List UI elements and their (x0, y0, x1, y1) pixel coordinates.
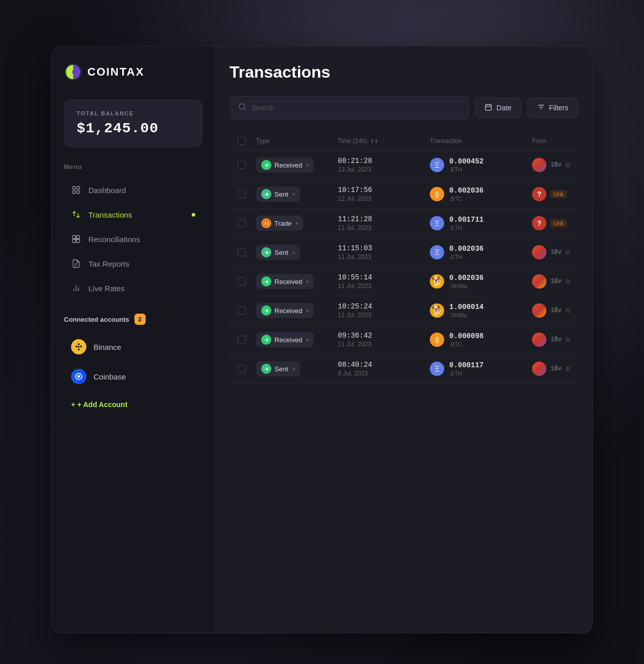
row-from: 1Bv ⧉ (532, 274, 570, 289)
row-time: 10:17:56 12 Jul, 2023 (338, 186, 430, 202)
nav-live-rates[interactable]: Live Rates (64, 277, 202, 299)
account-coinbase[interactable]: Coinbase (64, 363, 202, 390)
connected-label: Connected accounts (64, 316, 129, 323)
live-rates-label: Live Rates (88, 284, 125, 293)
copy-icon[interactable]: ⧉ (566, 365, 570, 372)
type-chevron[interactable]: ▾ (292, 192, 295, 197)
date-button-label: Date (496, 104, 512, 112)
filters-button[interactable]: Filters (527, 98, 578, 118)
svg-marker-19 (75, 345, 78, 348)
btc-icon: ₿ (430, 333, 444, 347)
table-row: Received ▾ 09:36:42 11 Jul, 2023 ₿ 0.000… (229, 325, 578, 354)
balance-amount: $1,245.00 (77, 121, 190, 136)
row-time: 08:40:24 9 Jul, 2023 (338, 361, 430, 377)
calendar-icon (485, 103, 492, 112)
add-account-button[interactable]: + + Add Account (64, 394, 202, 415)
toolbar: Search Date (229, 96, 578, 120)
svg-rect-8 (77, 235, 80, 239)
received-type-icon (261, 160, 271, 170)
account-binance[interactable]: Binance (64, 333, 202, 361)
unknown-avatar: ? (532, 216, 546, 230)
row-type: Sent ▾ (256, 361, 338, 376)
eth-icon: Ξ (430, 216, 444, 230)
connected-count-badge: 2 (134, 314, 146, 325)
row-transaction: Ξ 0.000117 .ETH (430, 361, 532, 376)
row-from: 1Bv ⧉ (532, 333, 570, 347)
copy-icon[interactable]: ⧉ (566, 161, 570, 169)
nav-tax-reports[interactable]: Tax Reports (64, 252, 202, 275)
row-checkbox[interactable] (238, 161, 256, 169)
reconciliations-icon (71, 234, 81, 244)
svg-marker-18 (78, 343, 80, 346)
row-checkbox[interactable] (238, 306, 256, 315)
copy-icon[interactable]: ⧉ (566, 307, 570, 314)
svg-rect-4 (77, 186, 80, 189)
menu-label: Menu (64, 163, 202, 171)
header-time[interactable]: Time (24h) ⬆⬇ (338, 137, 430, 145)
type-chevron[interactable]: ▾ (306, 279, 309, 284)
from-avatar (532, 362, 546, 376)
nav-transactions[interactable]: Transactions (64, 203, 202, 226)
select-all-checkbox[interactable] (238, 137, 246, 145)
type-chevron[interactable]: ▾ (292, 366, 295, 372)
filters-icon (537, 103, 545, 112)
trade-type-icon (261, 218, 271, 228)
row-from: ? Unk (532, 216, 570, 230)
add-account-label: + Add Account (77, 400, 127, 409)
tax-reports-label: Tax Reports (88, 259, 129, 268)
header-type: Type (256, 137, 338, 145)
table-header: Type Time (24h) ⬆⬇ Transaction From (229, 132, 578, 151)
transactions-label: Transactions (88, 210, 132, 219)
main-content: Transactions Search (215, 46, 592, 633)
type-label: Received (274, 278, 302, 286)
row-checkbox[interactable] (238, 365, 256, 373)
type-label: Sent (274, 365, 288, 373)
type-label: Sent (274, 249, 288, 256)
table-row: Sent ▾ 10:17:56 12 Jul, 2023 ₿ 0.002036 … (229, 180, 578, 209)
row-checkbox[interactable] (238, 190, 256, 198)
type-chevron[interactable]: ▾ (292, 250, 295, 255)
table-row: Sent ▾ 08:40:24 9 Jul, 2023 Ξ 0.000117 .… (229, 354, 578, 384)
from-avatar (532, 158, 546, 172)
nav-dashboard[interactable]: Dashboard (64, 179, 202, 201)
row-from: 1Bv ⧉ (532, 158, 570, 172)
row-checkbox[interactable] (238, 248, 256, 256)
row-from: 1Bv ⧉ (532, 362, 570, 376)
svg-rect-3 (73, 186, 75, 189)
app-name: COINTAX (87, 65, 144, 79)
row-checkbox[interactable] (238, 336, 256, 344)
date-button[interactable]: Date (475, 98, 521, 118)
copy-icon[interactable]: ⧉ (566, 249, 570, 256)
svg-rect-26 (486, 105, 491, 110)
type-label: Sent (274, 191, 288, 198)
row-checkbox[interactable] (238, 219, 256, 227)
type-chevron[interactable]: ▾ (306, 337, 309, 343)
copy-icon[interactable]: ⧉ (566, 336, 570, 343)
row-transaction: Ξ 0.000452 .ETH (430, 157, 532, 173)
row-from: 1Bv ⧉ (532, 303, 570, 318)
row-type: Trade ▾ (256, 216, 338, 231)
type-label: Trade (274, 220, 291, 227)
app-container: COINTAX TOTAL BALANCE $1,245.00 Menu Das… (51, 46, 593, 633)
svg-rect-9 (73, 240, 76, 243)
nav-reconciliations[interactable]: Reconciliations (64, 228, 202, 250)
type-chevron[interactable]: ▾ (306, 308, 309, 314)
sent-type-icon (261, 364, 271, 374)
received-type-icon (261, 276, 271, 287)
row-time: 10:25:24 11 Jul, 2023 (338, 302, 430, 319)
row-transaction: ₿ 0.000098 .BTC (430, 332, 532, 347)
type-chevron[interactable]: ▾ (295, 221, 298, 226)
row-checkbox[interactable] (238, 277, 256, 286)
table-row: Trade ▾ 11:21:28 11 Jul, 2023 Ξ 0.001711… (229, 209, 578, 238)
row-from: 1Bv ⧉ (532, 245, 570, 259)
tax-reports-icon (71, 258, 81, 269)
add-account-plus-icon: + (71, 400, 75, 409)
copy-icon[interactable]: ⧉ (566, 278, 570, 285)
type-chevron[interactable]: ▾ (306, 162, 309, 168)
search-box[interactable]: Search (229, 96, 469, 120)
from-avatar (532, 303, 546, 318)
table-row: Received ▾ 10:55:14 11 Jul, 2023 🐕 0.002… (229, 267, 578, 296)
row-time: 09:36:42 11 Jul, 2023 (338, 331, 430, 348)
row-transaction: 🐕 0.002036 .SHIBa (430, 274, 532, 289)
type-label: Received (274, 161, 302, 169)
